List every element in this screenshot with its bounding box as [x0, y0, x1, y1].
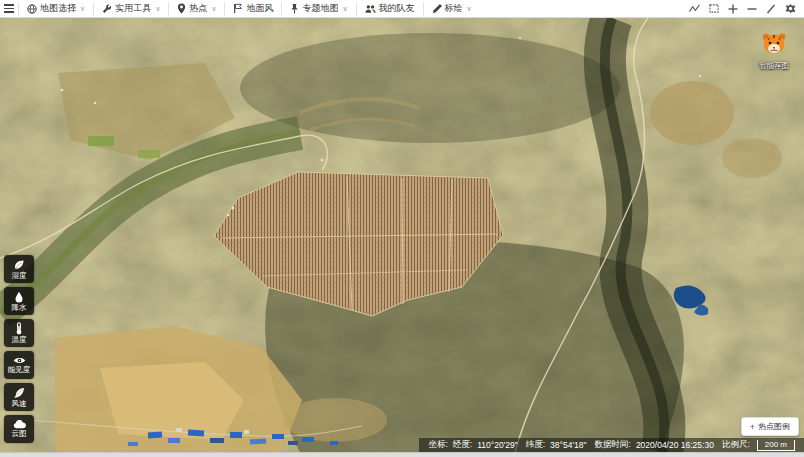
chevron-down-icon: ∨: [211, 5, 216, 13]
plus-icon: +: [750, 422, 755, 432]
hamburger-menu-icon[interactable]: [0, 4, 18, 13]
menu-hotspots[interactable]: 热点 ∨: [168, 2, 224, 16]
globe-icon: [27, 4, 37, 14]
menu-plotting[interactable]: 标绘 ∨: [423, 2, 480, 16]
scale-bar: 200 m: [757, 440, 795, 451]
layer-button-visibility[interactable]: 能见度: [4, 351, 34, 379]
menu-utility-tools[interactable]: 实用工具 ∨: [93, 2, 168, 16]
latitude-label: 纬度:: [526, 439, 545, 451]
layer-label: 云图: [12, 430, 27, 438]
layer-button-humidity[interactable]: 湿度: [4, 255, 34, 283]
menu-label: 地图选择: [40, 2, 76, 15]
menu-surface-wind[interactable]: 地面风: [224, 2, 281, 16]
latitude-value: 38°54'18": [550, 440, 586, 450]
zoom-out-icon[interactable]: [747, 4, 757, 14]
menu-label: 我的队友: [379, 2, 415, 15]
layer-button-cloud-imagery[interactable]: 云图: [4, 415, 34, 443]
rectangle-select-icon[interactable]: [709, 4, 719, 13]
logo-text: 智能荐图: [759, 61, 789, 71]
flag-icon: [233, 3, 243, 14]
menu-label: 标绘: [445, 2, 463, 15]
measure-line-icon[interactable]: [689, 4, 700, 13]
layer-label: 温度: [12, 336, 27, 344]
longitude-value: 110°20'29": [477, 440, 518, 450]
zoom-in-icon[interactable]: [728, 4, 738, 14]
layer-button-wind-speed[interactable]: 风速: [4, 383, 34, 411]
layer-label: 湿度: [12, 272, 27, 280]
top-toolbar: 地图选择 ∨ 实用工具 ∨ 热点 ∨ 地面风: [0, 0, 804, 18]
satellite-map[interactable]: [0, 18, 804, 452]
fields-top-right: [650, 81, 734, 145]
pushpin-icon: [290, 3, 299, 14]
pencil-icon: [432, 4, 442, 14]
menu-thematic-maps[interactable]: 专题地图 ∨: [281, 2, 355, 16]
chevron-down-icon: ∨: [155, 5, 160, 13]
menu-label: 专题地图: [302, 2, 338, 15]
thermometer-icon: [15, 322, 23, 335]
map-application-window: 地图选择 ∨ 实用工具 ∨ 热点 ∨ 地面风: [0, 0, 804, 457]
tiger-logo-icon: [760, 32, 788, 60]
app-logo: 智能荐图: [749, 32, 799, 71]
legend-button-label: 热点图例: [758, 421, 790, 432]
menu-my-teammates[interactable]: 我的队友: [356, 2, 423, 16]
raindrop-icon: [14, 291, 24, 303]
teammates-icon: [365, 4, 376, 14]
data-time-value: 2020/04/20 16:25:30: [636, 440, 714, 450]
settings-icon[interactable]: [785, 3, 796, 14]
layer-button-precipitation[interactable]: 降水: [4, 287, 34, 315]
eye-icon: [13, 356, 26, 365]
weather-layer-panel: 湿度 降水 温度 能见度 风速: [4, 255, 34, 443]
hotspot-legend-button[interactable]: + 热点图例: [741, 417, 799, 436]
chevron-down-icon: ∨: [80, 5, 85, 13]
chevron-down-icon: ∨: [342, 5, 347, 13]
scale-label: 比例尺:: [722, 439, 750, 451]
coord-label: 坐标:: [428, 439, 447, 451]
layer-label: 降水: [12, 304, 27, 312]
layer-button-temperature[interactable]: 温度: [4, 319, 34, 347]
layer-label: 风速: [12, 400, 27, 408]
menu-map-select[interactable]: 地图选择 ∨: [18, 2, 93, 16]
menu-label: 热点: [189, 2, 207, 15]
status-bar: 坐标: 经度: 110°20'29" 纬度: 38°54'18" 数据时间: 2…: [419, 438, 804, 452]
leaf-icon: [13, 259, 25, 271]
data-time-label: 数据时间:: [595, 439, 631, 451]
feather-icon: [13, 387, 25, 399]
longitude-label: 经度:: [453, 439, 472, 451]
chevron-down-icon: ∨: [467, 5, 472, 13]
location-pin-icon: [177, 3, 186, 14]
window-bottom-edge: [0, 452, 804, 457]
layer-label: 能见度: [8, 366, 31, 374]
ruler-icon[interactable]: [766, 4, 776, 14]
cloud-icon: [13, 420, 26, 429]
wrench-icon: [102, 4, 112, 14]
toolbar-right-tools: [689, 3, 804, 14]
menu-label: 实用工具: [115, 2, 151, 15]
menu-label: 地面风: [246, 2, 273, 15]
